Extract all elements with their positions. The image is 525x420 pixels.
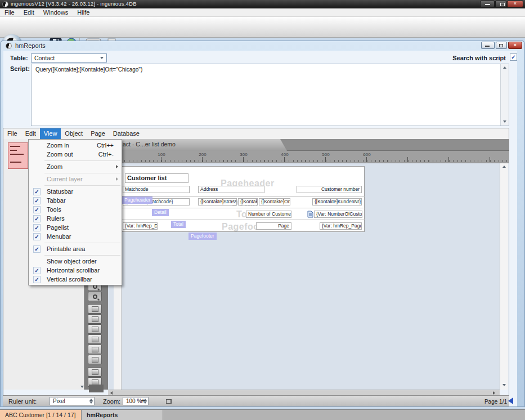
app-menu-file[interactable]: File — [0, 9, 19, 16]
designer-menu-edit[interactable]: Edit — [21, 128, 40, 139]
designer-menu-database[interactable]: Database — [109, 128, 143, 139]
menu-item-label: Zoom out — [47, 150, 73, 159]
align-top-button[interactable] — [88, 314, 102, 324]
spinner-up-icon[interactable] — [89, 399, 93, 401]
pageheader-section-badge[interactable]: Pageheader — [122, 196, 152, 204]
align-top-icon — [92, 316, 98, 322]
menu-item-horizontal-scrollbar[interactable]: ✓ Horizontal scrollbar — [29, 266, 122, 275]
printable-area-icon[interactable] — [166, 399, 172, 404]
section-divider[interactable] — [122, 220, 365, 220]
menu-item-show-object-order[interactable]: Show object order — [29, 257, 122, 266]
search-with-script-checkbox[interactable]: ✓ — [510, 53, 517, 61]
app-menu-windows[interactable]: Windows — [39, 9, 73, 16]
report-title-field[interactable]: Customer list — [125, 173, 189, 183]
close-button[interactable]: × — [507, 1, 523, 7]
minimize-button[interactable] — [480, 1, 495, 7]
date-var-field[interactable]: {Var: hmRep_Date} — [123, 222, 158, 230]
designer-vertical-scrollbar[interactable] — [500, 163, 508, 390]
align-left-icon — [92, 306, 98, 312]
checkmark-icon: ✓ — [511, 54, 515, 60]
center-horizontal-button[interactable] — [88, 345, 102, 354]
scroll-up-icon[interactable] — [503, 66, 506, 69]
kontakt-var-field[interactable]: {[Kontakt — [238, 198, 258, 205]
scroll-down-icon[interactable] — [502, 384, 506, 386]
detail-section-badge[interactable]: Detail — [152, 209, 169, 216]
taskbar-tab-abc-customer[interactable]: ABC Customer [1 / 14 / 17] — [0, 410, 82, 420]
align-bottom-button[interactable] — [88, 334, 102, 344]
menu-item-label: Printable area — [47, 244, 86, 253]
pagelist-scroll-down-icon[interactable] — [80, 386, 84, 388]
add-page-button[interactable]: + — [138, 396, 147, 405]
customer-number-label-field[interactable]: Customer number — [297, 186, 362, 193]
scroll-down-icon[interactable] — [503, 120, 506, 123]
menu-item-current-layer[interactable]: Current layer — [29, 175, 122, 184]
menu-item-tabbar[interactable]: ✓ Tabbar — [29, 196, 122, 205]
submenu-arrow-icon — [116, 165, 118, 168]
strasse-var-field[interactable]: {[Kontakte]Strasse} — [198, 198, 237, 205]
center-vertical-button[interactable] — [88, 355, 102, 364]
ruler-unit-select[interactable]: Pixel — [50, 397, 95, 405]
app-menu-edit[interactable]: Edit — [19, 9, 39, 16]
table-select[interactable]: Contact — [31, 53, 107, 62]
kundennr-var-field[interactable]: {[Kontakte]KundenNr} — [312, 198, 362, 205]
section-divider[interactable] — [122, 196, 365, 196]
tab-customer-list-demo[interactable]: act - C...er list demo — [114, 139, 287, 151]
app-menu-hilfe[interactable]: Hilfe — [73, 9, 94, 16]
toolbox-scroll-area[interactable] — [89, 385, 104, 392]
menu-item-tools[interactable]: ✓ Tools — [29, 205, 122, 214]
menu-item-zoom-in[interactable]: Zoom in Ctrl++ — [29, 141, 122, 150]
hmreports-maximize-button[interactable] — [496, 42, 507, 49]
page-thumbnail[interactable] — [8, 142, 28, 169]
matchcode-label-field[interactable]: Matchcode — [123, 186, 190, 193]
align-right-button[interactable] — [88, 324, 102, 334]
align-left-button[interactable] — [88, 304, 102, 314]
ruler-mark: 600 — [363, 152, 370, 157]
menu-item-label: Tools — [47, 205, 61, 214]
menu-item-label: Tabbar — [47, 196, 66, 205]
scroll-up-icon[interactable] — [502, 166, 506, 168]
menu-item-zoom[interactable]: Zoom — [29, 162, 122, 171]
app-titlebar[interactable]: ingeniousV12 [V3.3.42 - 26.03.12] - inge… — [0, 0, 525, 8]
pagefooter-section-badge[interactable]: Pagefooter — [189, 233, 217, 240]
designer-menu-view[interactable]: View — [40, 128, 61, 139]
menu-item-vertical-scrollbar[interactable]: ✓ Vertical scrollbar — [29, 275, 122, 284]
designer-horizontal-scrollbar[interactable] — [108, 390, 500, 395]
ruler-unit-value: Pixel — [53, 398, 65, 404]
same-width-button[interactable] — [88, 367, 102, 377]
script-variable-icon[interactable] — [307, 211, 313, 218]
menu-item-label: Zoom — [47, 162, 62, 171]
taskbar-tab-hmreports[interactable]: hmReports — [82, 410, 163, 420]
page-label-field[interactable]: Page — [256, 222, 291, 230]
page-var-field[interactable]: {Var: hmRep_Page} — [320, 222, 362, 230]
designer-menu-file[interactable]: File — [3, 128, 21, 139]
number-of-customers-var-field[interactable]: {Var: NumberOfCustome — [314, 211, 362, 218]
menu-item-zoom-out[interactable]: Zoom out Ctrl+- — [29, 150, 122, 159]
menu-item-statusbar[interactable]: ✓ Statusbar — [29, 187, 122, 196]
window-taskbar: ABC Customer [1 / 14 / 17] hmReports — [0, 409, 525, 420]
menu-item-printable-area[interactable]: ✓ Printable area — [29, 244, 122, 253]
hmreports-minimize-button[interactable] — [481, 42, 495, 49]
align-right-icon — [92, 327, 98, 332]
script-scrollbar[interactable] — [500, 64, 509, 126]
scroll-right-icon[interactable] — [493, 391, 495, 395]
menu-item-rulers[interactable]: ✓ Rulers — [29, 214, 122, 223]
page-nav-back-icon[interactable] — [508, 397, 513, 404]
spinner-down-icon[interactable] — [89, 401, 93, 404]
menu-item-label: Statusbar — [47, 187, 73, 196]
menu-shortcut: Ctrl+- — [98, 150, 114, 159]
designer-menu-object[interactable]: Object — [61, 128, 87, 139]
total-section-badge[interactable]: Total — [171, 221, 186, 228]
checkmark-icon: ✓ — [33, 224, 41, 231]
script-editor[interactable]: Query([Kontakte];[Kontakte]Ort="Chicago"… — [31, 64, 509, 126]
number-of-customers-label-field[interactable]: Number of Customers — [246, 211, 291, 218]
address-label-field[interactable]: Address — [198, 186, 264, 193]
menu-item-menubar[interactable]: ✓ Menubar — [29, 232, 122, 241]
ort-var-field[interactable]: {[Kontakte]Ort} — [259, 198, 290, 205]
hmreports-close-button[interactable]: × — [508, 42, 522, 49]
table-select-value: Contact — [34, 55, 55, 61]
zoom-out-tool-button[interactable] — [88, 292, 102, 301]
menu-item-pagelist[interactable]: ✓ Pagelist — [29, 223, 122, 232]
scroll-left-icon[interactable] — [110, 391, 113, 395]
maximize-button[interactable] — [495, 1, 506, 7]
designer-menu-page[interactable]: Page — [87, 128, 109, 139]
